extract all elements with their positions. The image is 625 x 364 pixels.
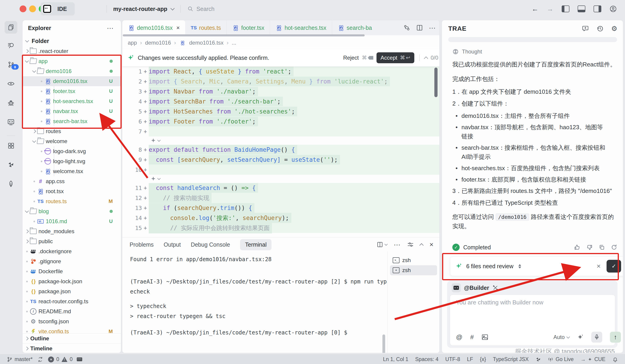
nav-forward-button[interactable]: →	[547, 5, 554, 13]
accept-button[interactable]: Accept⌘↩	[376, 52, 414, 63]
tab-routes[interactable]: TSroutes.ts	[185, 20, 227, 35]
bell-icon[interactable]	[612, 357, 618, 363]
explorer-more-button[interactable]: ⋯	[107, 24, 114, 32]
settings-gear-icon[interactable]: ⚙	[611, 25, 617, 32]
model-auto-select[interactable]: Auto	[554, 334, 569, 340]
breadcrumb-item[interactable]: demo1016.tsx	[189, 40, 223, 46]
maximize-panel-icon[interactable]	[420, 243, 424, 247]
tree-item[interactable]: welcome.tsx	[23, 166, 121, 176]
tree-item[interactable]: hot-searches.tsxU	[23, 96, 121, 106]
thought-toggle[interactable]: Thought	[452, 49, 482, 55]
activitybar-source-control[interactable]: 8	[4, 58, 17, 71]
tree-item[interactable]: navbar.tsxU	[23, 106, 121, 116]
tree-item[interactable]: welcome	[23, 136, 121, 146]
close-panel-icon[interactable]: ×	[429, 241, 434, 249]
thumbs-down-icon[interactable]	[586, 244, 593, 251]
copy-icon[interactable]	[598, 244, 605, 251]
tree-item[interactable]: public	[23, 236, 121, 246]
split-terminal-button[interactable]	[377, 241, 387, 248]
ide-mode-toggle[interactable]: IDE	[40, 2, 75, 15]
inline-ai-widget[interactable]	[122, 137, 439, 145]
tab-problems[interactable]: Problems	[130, 241, 154, 248]
tree-item[interactable]: Dockerfile	[23, 266, 121, 277]
reject-button[interactable]: Reject	[343, 55, 359, 61]
ports-icon[interactable]	[77, 357, 82, 361]
thumbs-up-icon[interactable]	[574, 244, 580, 251]
tree-item[interactable]: #app.css	[23, 176, 121, 186]
builder-input[interactable]: You are chatting with Builder now @ # Au…	[450, 295, 615, 346]
tree-item[interactable]: logo-dark.svg	[23, 146, 121, 156]
inline-code-chip[interactable]: /demo1016	[496, 213, 529, 221]
enhance-sparkle-icon[interactable]	[577, 334, 584, 340]
mention-icon[interactable]: @	[456, 334, 462, 341]
tree-item[interactable]: blog	[23, 206, 121, 216]
indent-setting[interactable]: Spaces: 4	[415, 356, 438, 363]
tab-demo1016[interactable]: demo1016.tsx×	[122, 20, 185, 35]
prev-change-button[interactable]	[424, 56, 428, 60]
panel-more-icon[interactable]: ⋯	[394, 241, 401, 249]
go-live-button[interactable]: Go Live	[548, 356, 573, 363]
problems-status[interactable]: ×0 0	[48, 356, 73, 363]
timeline-section[interactable]: Timeline	[23, 343, 121, 353]
toggle-right-panel-button[interactable]	[594, 5, 601, 12]
account-icon[interactable]	[610, 5, 617, 12]
outline-section[interactable]: Outline	[23, 333, 121, 343]
terminal-output[interactable]: Found 1 error in app/demo1016/navbar.tsx…	[122, 252, 394, 353]
breadcrumb-item[interactable]: app	[128, 40, 137, 46]
tree-item[interactable]: M↓1016.mdU	[23, 216, 121, 226]
tree-item[interactable]: { }package-lock.json	[23, 277, 121, 286]
tree-item[interactable]: app	[23, 56, 121, 66]
activitybar-explorer[interactable]	[4, 21, 17, 34]
close-window-button[interactable]	[20, 5, 27, 12]
new-chat-icon[interactable]	[582, 25, 589, 32]
tree-item[interactable]: root.tsx	[23, 186, 121, 196]
hashtag-icon[interactable]: #	[470, 334, 474, 341]
breadcrumb-item[interactable]: ...	[232, 40, 236, 46]
send-button[interactable]: ↑	[610, 332, 621, 343]
activitybar-preview[interactable]	[4, 77, 17, 90]
activitybar-debug[interactable]	[4, 96, 17, 109]
breadcrumb-item[interactable]: demo1016	[145, 40, 171, 46]
expand-collapse-icon[interactable]	[518, 264, 521, 268]
prettier-icon[interactable]	[535, 357, 541, 362]
tab-hot-searches[interactable]: hot-searches.tsx	[270, 20, 332, 35]
activitybar-mongodb[interactable]	[4, 177, 17, 190]
tab-scrollbar[interactable]	[123, 34, 365, 36]
close-tab-icon[interactable]: ×	[176, 24, 180, 31]
activitybar-remote[interactable]	[4, 115, 17, 128]
dismiss-review-icon[interactable]: ×	[596, 262, 601, 270]
tree-item[interactable]: vite.config.tsM	[23, 327, 121, 333]
nav-back-button[interactable]: ←	[531, 5, 538, 13]
code-editor[interactable]: 1+import React, { useState } from 'react…	[122, 66, 439, 237]
cue-button[interactable]: → CUE	[580, 356, 605, 363]
tree-item[interactable]: node_modules	[23, 226, 121, 236]
toggle-left-panel-button[interactable]	[562, 5, 569, 12]
tree-item[interactable]: logo-light.svg	[23, 156, 121, 166]
sync-icon[interactable]	[38, 357, 43, 362]
tree-item[interactable]: routes	[23, 126, 121, 136]
tree-item-selected[interactable]: demo1016.tsxU	[23, 76, 121, 86]
panel-settings-icon[interactable]	[407, 241, 414, 248]
terminal-scrollbar[interactable]	[382, 335, 385, 353]
tree-item[interactable]: TSreact-router.config.ts	[23, 296, 121, 307]
tree-item[interactable]: search-bar.tsxU	[23, 116, 121, 126]
git-branch-status[interactable]: master*	[7, 356, 32, 363]
tab-output[interactable]: Output	[164, 241, 181, 248]
minimize-window-button[interactable]	[29, 5, 36, 12]
toggle-bottom-panel-button[interactable]	[578, 5, 585, 12]
tab-footer[interactable]: footer.tsx	[227, 20, 270, 35]
tree-item[interactable]: ⚙tsconfig.json	[23, 316, 121, 327]
tree-item[interactable]: .dockerignore	[23, 246, 121, 256]
split-editor-icon[interactable]	[416, 24, 423, 31]
tree-item[interactable]: TSroutes.tsM	[23, 196, 121, 206]
voice-input-button[interactable]	[591, 332, 602, 343]
editor-scrollbar[interactable]	[434, 68, 438, 97]
activitybar-extensions[interactable]	[4, 139, 17, 152]
activitybar-prettier[interactable]	[4, 158, 17, 171]
image-attach-icon[interactable]	[481, 334, 488, 340]
cursor-position[interactable]: Ln 1, Col 1	[383, 356, 408, 363]
tree-item[interactable]: .gitignore	[23, 256, 121, 266]
tab-search-bar[interactable]: search-ba	[332, 20, 377, 35]
history-icon[interactable]	[596, 25, 603, 32]
eslint-status-icon[interactable]: {x}	[480, 356, 486, 363]
